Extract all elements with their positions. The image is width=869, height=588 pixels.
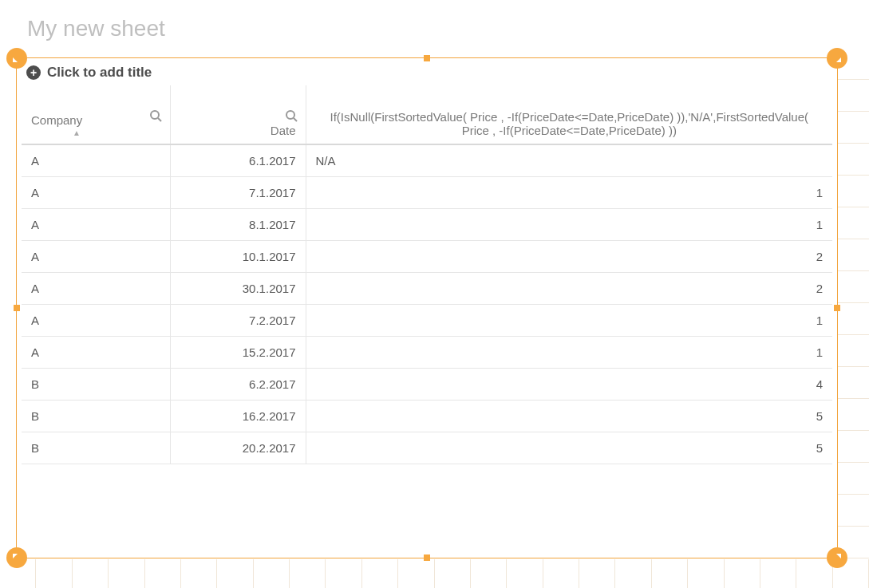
table-object-selected[interactable]: + Click to add title Company ▲	[16, 57, 838, 558]
column-label: Date	[180, 124, 296, 137]
cell-value: 1	[306, 208, 832, 240]
resize-handle-top-left-icon[interactable]	[6, 48, 27, 69]
plus-icon: +	[26, 65, 41, 80]
cell-company: A	[22, 272, 170, 304]
table-row[interactable]: B6.2.20174	[22, 368, 832, 400]
table-row[interactable]: B20.2.20175	[22, 432, 832, 464]
svg-marker-2	[13, 554, 18, 558]
resize-handle-top-icon[interactable]	[424, 55, 430, 61]
cell-value: 5	[306, 432, 832, 464]
search-icon[interactable]	[149, 109, 162, 124]
column-header-expression[interactable]: If(IsNull(FirstSortedValue( Price , -If(…	[306, 85, 832, 144]
cell-date: 7.2.2017	[170, 304, 306, 336]
resize-handle-bottom-icon[interactable]	[424, 554, 430, 561]
resize-handle-bottom-left-icon[interactable]	[6, 547, 27, 568]
cell-value: 1	[306, 336, 832, 368]
sheet-title[interactable]: My new sheet	[0, 0, 869, 48]
cell-company: A	[22, 176, 170, 208]
cell-company: A	[22, 336, 170, 368]
cell-date: 7.1.2017	[170, 176, 306, 208]
cell-company: A	[22, 144, 170, 176]
cell-date: 15.2.2017	[170, 336, 306, 368]
table-row[interactable]: A7.1.20171	[22, 176, 832, 208]
resize-handle-right-icon[interactable]	[834, 305, 840, 311]
table-row[interactable]: B16.2.20175	[22, 400, 832, 432]
cell-date: 30.1.2017	[170, 272, 306, 304]
table-row[interactable]: A10.1.20172	[22, 240, 832, 272]
cell-date: 6.1.2017	[170, 144, 306, 176]
cell-value: 1	[306, 304, 832, 336]
column-label: If(IsNull(FirstSortedValue( Price , -If(…	[316, 110, 824, 137]
svg-marker-3	[836, 554, 841, 558]
data-table: Company ▲ Date	[22, 85, 832, 464]
object-title-placeholder[interactable]: + Click to add title	[17, 58, 837, 85]
object-title-text: Click to add title	[47, 65, 152, 81]
cell-company: B	[22, 400, 170, 432]
cell-value: 1	[306, 176, 832, 208]
table-row[interactable]: A6.1.2017N/A	[22, 144, 832, 176]
search-icon[interactable]	[285, 109, 298, 124]
table-row[interactable]: A8.1.20171	[22, 208, 832, 240]
column-header-company[interactable]: Company ▲	[22, 85, 170, 144]
cell-company: A	[22, 240, 170, 272]
canvas-grid-bottom	[0, 559, 869, 588]
svg-point-6	[286, 111, 294, 119]
resize-handle-left-icon[interactable]	[14, 305, 20, 311]
resize-handle-top-right-icon[interactable]	[827, 48, 847, 69]
cell-value: 4	[306, 368, 832, 400]
cell-date: 16.2.2017	[170, 400, 306, 432]
svg-line-5	[158, 118, 161, 121]
cell-company: B	[22, 432, 170, 464]
cell-date: 20.2.2017	[170, 432, 306, 464]
column-header-date[interactable]: Date	[170, 85, 306, 144]
svg-marker-0	[13, 57, 18, 62]
cell-value: 2	[306, 240, 832, 272]
sheet-canvas: + Click to add title Company ▲	[0, 48, 869, 588]
cell-company: B	[22, 368, 170, 400]
table-row[interactable]: A15.2.20171	[22, 336, 832, 368]
svg-marker-1	[836, 57, 841, 62]
svg-line-7	[294, 118, 297, 121]
cell-date: 6.2.2017	[170, 368, 306, 400]
table-row[interactable]: A7.2.20171	[22, 304, 832, 336]
cell-value: N/A	[306, 144, 832, 176]
resize-handle-bottom-right-icon[interactable]	[827, 547, 847, 568]
cell-date: 8.1.2017	[170, 208, 306, 240]
cell-company: A	[22, 304, 170, 336]
cell-value: 5	[306, 400, 832, 432]
cell-date: 10.1.2017	[170, 240, 306, 272]
table-container: Company ▲ Date	[22, 85, 832, 464]
svg-point-4	[151, 111, 159, 119]
table-row[interactable]: A30.1.20172	[22, 272, 832, 304]
cell-value: 2	[306, 272, 832, 304]
cell-company: A	[22, 208, 170, 240]
sort-asc-icon: ▲	[31, 128, 160, 137]
column-label: Company	[31, 113, 160, 127]
